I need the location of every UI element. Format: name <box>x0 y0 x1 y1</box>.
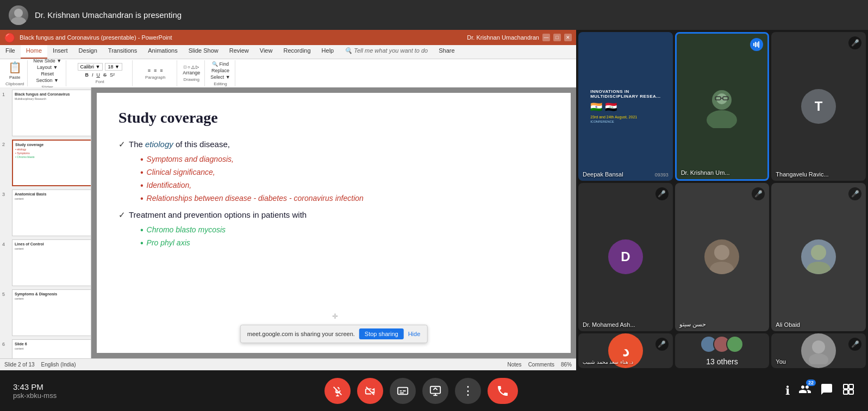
camera-button[interactable] <box>357 378 383 404</box>
meeting-code: psk-xbku-mss <box>13 391 57 400</box>
slide-thumbnail-6[interactable]: Slide 6 content <box>12 339 91 358</box>
ppt-minimize-button[interactable]: — <box>542 34 550 41</box>
hide-button[interactable]: Hide <box>408 331 421 337</box>
slide-thumbnail-4[interactable]: Lines of Control content <box>12 239 91 286</box>
paragraph-label: Paragraph <box>145 75 165 80</box>
participant-tile-others[interactable]: 13 others <box>675 333 770 368</box>
end-call-button[interactable] <box>488 378 518 404</box>
svg-rect-31 <box>844 390 848 394</box>
slide-bullet-list-1: • Symptoms and diagnosis, • Clinical sig… <box>140 155 549 204</box>
ribbon-tab-tellme[interactable]: 🔍 Tell me what you want to do <box>339 45 433 59</box>
bold-button[interactable]: B <box>84 72 90 78</box>
svg-rect-8 <box>753 43 754 46</box>
participant-tile-dr-hana[interactable]: د د. هناء سعد محمد شبيب 🎤 <box>578 333 673 368</box>
svg-point-14 <box>811 245 826 260</box>
slide-thumbnail-5[interactable]: Symptoms & Diagnosis content <box>12 289 91 336</box>
select-button[interactable]: Select ▼ <box>209 74 231 80</box>
slide-bullet-symptoms: • Symptoms and diagnosis, <box>140 155 549 165</box>
slide-panel[interactable]: 1 Black fungus and Coronavirus Multidisc… <box>0 87 91 358</box>
participant-tile-ali[interactable]: Ali Obaid 🎤 <box>771 183 866 332</box>
ppt-close-button[interactable]: ✕ <box>564 34 572 41</box>
svg-point-15 <box>807 262 830 274</box>
font-size-selector[interactable]: 18 ▼ <box>105 63 122 71</box>
slide-bullet-prophylaxis: • Pro phyl axis <box>140 238 549 248</box>
slide-thumbnail-1[interactable]: Black fungus and Coronavirus Multidiscip… <box>12 90 91 136</box>
language-info: English (India) <box>41 362 76 368</box>
svg-rect-32 <box>849 390 853 394</box>
activities-button[interactable] <box>842 383 855 399</box>
ribbon-tabs: File Home Insert Design Transitions Anim… <box>0 45 576 59</box>
participant-tile-conference[interactable]: INNOVATIONS IN MULTIDISCIPLINARY RESEA..… <box>578 32 673 181</box>
participant-tile-dr-ash[interactable]: D Dr. Mohamed Ash... 🎤 <box>578 183 673 332</box>
ribbon-tab-animations[interactable]: Animations <box>142 45 183 59</box>
arrange-button[interactable]: Arrange <box>182 69 201 76</box>
slide-status-bar: Slide 2 of 13 English (India) Notes Comm… <box>0 358 576 370</box>
chat-button[interactable] <box>820 383 833 399</box>
zoom-level: 86% <box>561 362 572 368</box>
shadow-button[interactable]: S² <box>109 72 116 78</box>
info-button[interactable]: ℹ <box>785 384 790 398</box>
participant-tile-thangavelu[interactable]: T Thangavelu Ravic... 🎤 <box>771 32 866 181</box>
stop-sharing-button[interactable]: Stop sharing <box>359 328 404 339</box>
slide-thumbnail-2[interactable]: Study coverage • etiology • Symptoms • C… <box>12 140 91 186</box>
mic-button[interactable] <box>324 378 351 404</box>
svg-rect-30 <box>849 384 853 389</box>
ribbon-paragraph-group: ≡ ≡ ≡ Paragraph <box>134 60 177 86</box>
checkmark-2: ✓ <box>118 210 126 220</box>
slide-bullet-relationships: • Relationships between disease - diabet… <box>140 194 549 204</box>
notes-button[interactable]: Notes <box>508 362 522 368</box>
svg-point-12 <box>714 245 729 260</box>
slide-area[interactable]: Study coverage ✓ The etiology of this di… <box>91 87 576 358</box>
ribbon-tab-file[interactable]: File <box>0 45 21 59</box>
ribbon-content: 📋 Paste Clipboard New Slide ▼ Layout ▼ R… <box>0 59 576 87</box>
italic-button[interactable]: I <box>91 72 95 78</box>
strikethrough-button[interactable]: S <box>102 72 108 78</box>
ribbon-tab-recording[interactable]: Recording <box>278 45 316 59</box>
avatar-dr-ash: D <box>608 239 643 274</box>
align-right-button[interactable]: ≡ <box>159 67 164 74</box>
ribbon-layout-button[interactable]: Layout ▼ <box>36 64 59 71</box>
ribbon-tab-help[interactable]: Help <box>316 45 340 59</box>
ribbon-tab-transitions[interactable]: Transitions <box>103 45 142 59</box>
participant-tile-krishnan[interactable]: Dr. Krishnan Um... <box>675 32 770 181</box>
font-label: Font <box>96 79 104 84</box>
present-button[interactable] <box>422 378 448 404</box>
participant-name-deepak: Deepak Bansal <box>583 171 623 178</box>
bottom-controls: ⋮ <box>324 378 518 404</box>
ppt-user: Dr. Krishnan Umachandran <box>467 34 539 41</box>
ribbon-tab-home[interactable]: Home <box>21 45 47 59</box>
shapes-area: □ ○ △ ▷ <box>184 65 199 69</box>
ppt-maximize-button[interactable]: □ <box>553 34 561 41</box>
main-content: 🔴 Black fungus and Coronavirus (presenta… <box>0 30 868 370</box>
underline-button[interactable]: U <box>95 72 101 78</box>
ribbon-tab-view[interactable]: View <box>254 45 278 59</box>
ribbon-tab-review[interactable]: Review <box>224 45 254 59</box>
captions-button[interactable] <box>390 378 416 404</box>
ribbon-tab-insert[interactable]: Insert <box>47 45 73 59</box>
ribbon-reset-button[interactable]: Reset <box>40 71 55 77</box>
font-name-selector[interactable]: Calibri ▼ <box>78 63 103 71</box>
participant-tile-hussain[interactable]: حسن سيتو 🎤 <box>675 183 770 332</box>
participant-tile-you[interactable]: You 🎤 <box>771 333 866 368</box>
comments-button[interactable]: Comments <box>528 362 554 368</box>
ribbon-section-button[interactable]: Section ▼ <box>35 77 60 84</box>
drawing-label: Drawing <box>184 77 199 82</box>
align-center-button[interactable]: ≡ <box>153 67 158 74</box>
slide-bullet-identification: • Identification, <box>140 181 549 191</box>
svg-point-0 <box>14 9 23 17</box>
ribbon-tab-share[interactable]: Share <box>433 45 460 59</box>
slide-thumbnail-3[interactable]: Anatomical Basis content <box>12 189 91 236</box>
ribbon-paste-button[interactable]: 📋 <box>7 60 23 74</box>
ribbon-tab-design[interactable]: Design <box>73 45 103 59</box>
people-button[interactable]: 22 <box>798 383 811 399</box>
more-options-button[interactable]: ⋮ <box>455 378 481 404</box>
align-left-button[interactable]: ≡ <box>147 67 152 74</box>
replace-button[interactable]: Replace <box>210 67 230 74</box>
ribbon-tab-slideshow[interactable]: Slide Show <box>183 45 224 59</box>
participant-name-ali: Ali Obaid <box>776 321 800 328</box>
avatar-ali <box>801 239 836 274</box>
participants-panel: INNOVATIONS IN MULTIDISCIPLINARY RESEA..… <box>576 30 868 370</box>
find-button[interactable]: 🔍 Find <box>211 61 230 67</box>
ribbon-new-slide-button[interactable]: New Slide ▼ <box>32 59 63 64</box>
svg-point-4 <box>716 93 727 104</box>
